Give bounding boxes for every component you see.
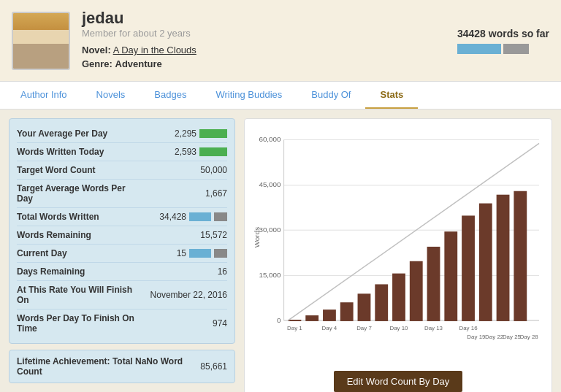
svg-text:60,000: 60,000 bbox=[259, 135, 281, 143]
genre-label: Genre: bbox=[82, 58, 112, 69]
novel-info: Novel: A Day in the Clouds bbox=[82, 45, 446, 55]
stats-panel: Your Average Per Day 2,295 Words Written… bbox=[9, 118, 235, 392]
svg-text:Day 25: Day 25 bbox=[503, 334, 522, 340]
stat-label-finish-date: At This Rate You Will Finish On bbox=[17, 285, 141, 305]
stat-value-target-avg: 1,667 bbox=[205, 188, 227, 199]
genre-info: Genre: Adventure bbox=[82, 58, 446, 69]
svg-rect-13 bbox=[289, 320, 302, 321]
svg-text:Day 7: Day 7 bbox=[356, 325, 372, 331]
lifetime-value: 85,661 bbox=[200, 361, 227, 372]
stat-row-words-today: Words Written Today 2,593 bbox=[17, 143, 227, 161]
word-count-header: 34428 words so far bbox=[457, 28, 549, 54]
stat-value-avg-per-day: 2,295 bbox=[175, 128, 227, 139]
svg-rect-19 bbox=[392, 274, 405, 321]
bar-green-2 bbox=[199, 147, 227, 156]
bar-gray-1 bbox=[214, 212, 227, 221]
stats-card: Your Average Per Day 2,295 Words Written… bbox=[9, 118, 235, 344]
stat-label-words-per-day: Words Per Day To Finish On Time bbox=[17, 313, 141, 334]
svg-text:Words: Words bbox=[253, 227, 261, 247]
bar-gray-2 bbox=[214, 249, 227, 258]
bar-blue-1 bbox=[189, 212, 211, 221]
stat-label-remaining: Words Remaining bbox=[17, 230, 91, 240]
progress-bar-gray bbox=[503, 44, 529, 54]
svg-text:Day 1: Day 1 bbox=[287, 325, 302, 331]
username: jedau bbox=[82, 9, 446, 28]
genre-value: Adventure bbox=[115, 58, 162, 69]
stat-row-words-per-day: Words Per Day To Finish On Time 974 bbox=[17, 310, 227, 337]
stat-label-avg-per-day: Your Average Per Day bbox=[17, 128, 107, 139]
header-progress-bar bbox=[457, 44, 549, 54]
nav-tabs: Author Info Novels Badges Writing Buddie… bbox=[0, 82, 561, 109]
svg-rect-18 bbox=[375, 284, 388, 320]
chart-area: 60,000 45,000 30,000 15,000 0 Words bbox=[253, 128, 543, 364]
stat-row-remaining: Words Remaining 15,572 bbox=[17, 226, 227, 245]
tab-author-info[interactable]: Author Info bbox=[6, 82, 82, 109]
svg-text:Day 4: Day 4 bbox=[322, 325, 337, 331]
svg-rect-25 bbox=[497, 195, 510, 321]
stat-row-finish-date: At This Rate You Will Finish On November… bbox=[17, 281, 227, 310]
stat-value-finish-date: November 22, 2016 bbox=[150, 290, 227, 300]
progress-bar-blue bbox=[457, 44, 501, 54]
stat-value-words-today: 2,593 bbox=[175, 147, 227, 157]
stat-row-avg-per-day: Your Average Per Day 2,295 bbox=[17, 125, 227, 143]
stat-label-total-written: Total Words Written bbox=[17, 212, 99, 222]
novel-link[interactable]: A Day in the Clouds bbox=[113, 45, 196, 55]
svg-rect-16 bbox=[340, 302, 354, 321]
member-since: Member for about 2 years bbox=[82, 28, 446, 39]
svg-rect-21 bbox=[427, 247, 440, 321]
svg-text:Day 10: Day 10 bbox=[389, 325, 408, 331]
svg-text:Day 16: Day 16 bbox=[459, 325, 478, 331]
tab-stats[interactable]: Stats bbox=[365, 82, 418, 109]
stat-label-words-today: Words Written Today bbox=[17, 147, 104, 157]
svg-text:30,000: 30,000 bbox=[259, 226, 281, 234]
svg-text:Day 13: Day 13 bbox=[424, 325, 443, 331]
stat-value-current-day: 15 bbox=[177, 248, 227, 258]
avatar bbox=[12, 12, 70, 70]
lifetime-label: Lifetime Achievement: Total NaNo Word Co… bbox=[17, 356, 200, 377]
svg-rect-14 bbox=[305, 315, 318, 321]
tab-writing-buddies[interactable]: Writing Buddies bbox=[201, 82, 297, 109]
svg-text:Day 19: Day 19 bbox=[467, 334, 486, 340]
stat-label-target-avg: Target Average Words Per Day bbox=[17, 183, 141, 204]
stat-row-target-avg: Target Average Words Per Day 1,667 bbox=[17, 180, 227, 208]
words-so-far: 34428 words so far bbox=[457, 28, 549, 39]
chart-panel: 60,000 45,000 30,000 15,000 0 Words bbox=[244, 118, 552, 392]
svg-text:0: 0 bbox=[277, 316, 281, 324]
bar-blue-2 bbox=[189, 249, 211, 258]
stat-row-current-day: Current Day 15 bbox=[17, 245, 227, 263]
svg-text:Day 22: Day 22 bbox=[485, 334, 503, 340]
stat-value-target-wc: 50,000 bbox=[200, 165, 227, 175]
svg-rect-24 bbox=[479, 204, 492, 321]
edit-button-container: Edit Word Count By Day bbox=[253, 364, 543, 392]
edit-word-count-button[interactable]: Edit Word Count By Day bbox=[334, 371, 463, 392]
main-content: Your Average Per Day 2,295 Words Written… bbox=[0, 109, 561, 392]
profile-header: jedau Member for about 2 years Novel: A … bbox=[0, 0, 561, 82]
svg-rect-26 bbox=[514, 191, 527, 321]
novel-label: Novel: bbox=[82, 45, 111, 55]
svg-rect-22 bbox=[444, 231, 457, 321]
svg-text:45,000: 45,000 bbox=[259, 180, 281, 188]
stat-label-days-remaining: Days Remaining bbox=[17, 266, 85, 277]
tab-buddy-of[interactable]: Buddy Of bbox=[297, 82, 365, 109]
stat-value-remaining: 15,572 bbox=[200, 230, 227, 240]
tab-badges[interactable]: Badges bbox=[140, 82, 201, 109]
svg-rect-17 bbox=[358, 293, 371, 321]
svg-rect-23 bbox=[462, 215, 475, 321]
stat-value-days-remaining: 16 bbox=[218, 266, 227, 277]
stat-label-current-day: Current Day bbox=[17, 248, 67, 258]
svg-text:Day 28: Day 28 bbox=[520, 334, 539, 340]
svg-rect-20 bbox=[410, 261, 423, 321]
stat-label-target-wc: Target Word Count bbox=[17, 165, 96, 175]
stat-row-target-wc: Target Word Count 50,000 bbox=[17, 161, 227, 180]
tab-novels[interactable]: Novels bbox=[82, 82, 140, 109]
svg-rect-15 bbox=[323, 310, 336, 321]
lifetime-card: Lifetime Achievement: Total NaNo Word Co… bbox=[9, 350, 235, 383]
stat-row-days-remaining: Days Remaining 16 bbox=[17, 263, 227, 281]
stat-value-total-written: 34,428 bbox=[159, 212, 227, 222]
header-info: jedau Member for about 2 years Novel: A … bbox=[82, 9, 446, 72]
stat-value-words-per-day: 974 bbox=[213, 318, 227, 328]
word-count-chart: 60,000 45,000 30,000 15,000 0 Words bbox=[253, 128, 543, 361]
svg-text:15,000: 15,000 bbox=[259, 271, 281, 279]
bar-green-1 bbox=[199, 129, 227, 138]
stat-row-total-written: Total Words Written 34,428 bbox=[17, 208, 227, 226]
